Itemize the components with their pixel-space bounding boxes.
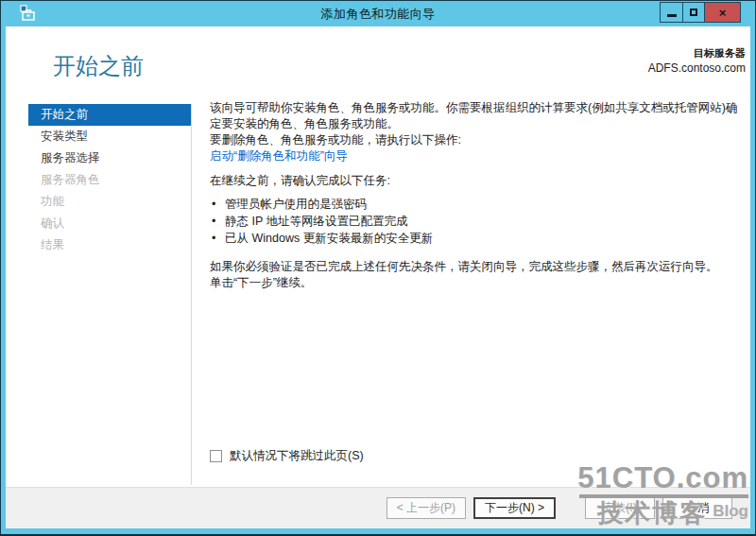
- step-confirmation: 确认: [28, 213, 191, 234]
- minimize-icon: [667, 14, 677, 17]
- wizard-window: 添加角色和功能向导 × 开始之前 目标服务器 ADFS.contoso.com …: [0, 0, 756, 536]
- target-server-value: ADFS.contoso.com: [648, 61, 746, 75]
- minimize-button[interactable]: [660, 2, 683, 23]
- bullet-icon: •: [212, 230, 225, 247]
- remove-heading: 要删除角色、角色服务或功能，请执行以下操作:: [210, 132, 743, 148]
- step-server-roles: 服务器角色: [28, 169, 191, 191]
- page-content: 该向导可帮助你安装角色、角色服务或功能。你需要根据组织的计算要求(例如共享文档或…: [210, 100, 743, 291]
- titlebar[interactable]: 添加角色和功能向导 ×: [0, 0, 756, 26]
- task-text: 静态 IP 地址等网络设置已配置完成: [225, 215, 408, 228]
- list-item: •静态 IP 地址等网络设置已配置完成: [212, 213, 743, 230]
- list-item: •管理员帐户使用的是强密码: [212, 196, 743, 213]
- wizard-footer: < 上一步(P) 下一步(N) > 安装(I) 取消: [6, 487, 750, 528]
- maximize-icon: [690, 9, 697, 16]
- intro-paragraph: 该向导可帮助你安装角色、角色服务或功能。你需要根据组织的计算要求(例如共享文档或…: [210, 100, 743, 132]
- step-features: 功能: [28, 191, 191, 213]
- skip-page-label[interactable]: 默认情况下将跳过此页(S): [230, 448, 364, 464]
- bullet-icon: •: [212, 196, 225, 213]
- task-text: 已从 Windows 更新安装最新的安全更新: [225, 232, 433, 245]
- bullet-icon: •: [212, 213, 225, 230]
- confirm-heading: 在继续之前，请确认完成以下任务:: [210, 173, 743, 189]
- list-item: •已从 Windows 更新安装最新的安全更新: [212, 230, 743, 247]
- target-server-label: 目标服务器: [648, 46, 746, 61]
- window-title: 添加角色和功能向导: [0, 6, 756, 23]
- sidebar-divider: [191, 104, 192, 485]
- verify-note: 如果你必须验证是否已完成上述任何先决条件，请关闭向导，完成这些步骤，然后再次运行…: [210, 259, 743, 275]
- page-title: 开始之前: [53, 51, 144, 81]
- step-results: 结果: [28, 234, 191, 256]
- maximize-button[interactable]: [682, 2, 705, 23]
- target-server-info: 目标服务器 ADFS.contoso.com: [648, 46, 746, 75]
- remove-roles-link[interactable]: 启动“删除角色和功能”向导: [210, 148, 348, 164]
- close-icon: ×: [719, 6, 727, 20]
- previous-button: < 上一步(P): [387, 497, 466, 519]
- step-before-you-begin[interactable]: 开始之前: [28, 104, 191, 126]
- install-button: 安装(I): [585, 497, 655, 519]
- wizard-body: 开始之前 目标服务器 ADFS.contoso.com 开始之前 安装类型 服务…: [6, 26, 750, 528]
- window-controls: ×: [661, 2, 741, 23]
- step-server-selection[interactable]: 服务器选择: [28, 147, 191, 169]
- cancel-button[interactable]: 取消: [662, 497, 732, 519]
- skip-page-option: 默认情况下将跳过此页(S): [210, 448, 364, 464]
- next-button[interactable]: 下一步(N) >: [473, 497, 556, 519]
- next-hint: 单击“下一步”继续。: [210, 275, 743, 291]
- skip-page-checkbox[interactable]: [210, 450, 222, 462]
- prerequisite-list: •管理员帐户使用的是强密码 •静态 IP 地址等网络设置已配置完成 •已从 Wi…: [212, 196, 743, 247]
- step-installation-type[interactable]: 安装类型: [28, 126, 191, 147]
- wizard-steps: 开始之前 安装类型 服务器选择 服务器角色 功能 确认 结果: [28, 104, 191, 256]
- close-button[interactable]: ×: [704, 2, 741, 23]
- task-text: 管理员帐户使用的是强密码: [225, 198, 367, 211]
